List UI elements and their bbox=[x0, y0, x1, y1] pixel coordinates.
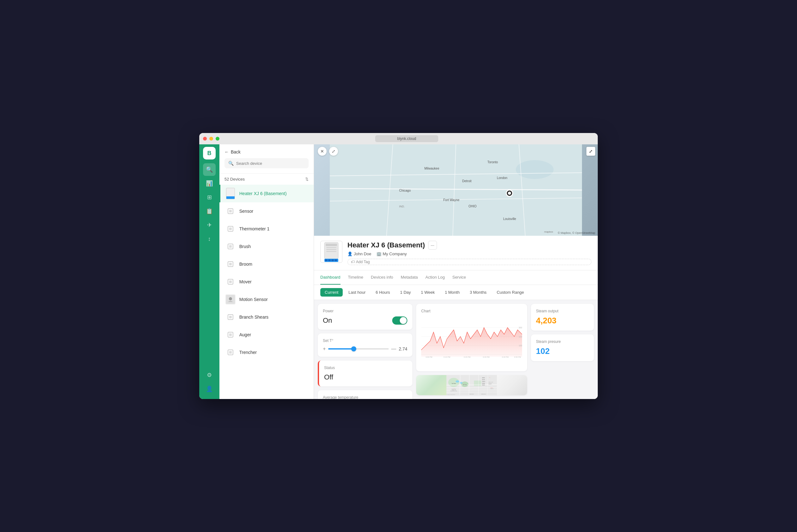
tab-service[interactable]: Service bbox=[452, 270, 466, 285]
temp-value: 2.74 bbox=[399, 346, 407, 352]
time-btn-3-months[interactable]: 3 Months bbox=[465, 288, 491, 297]
time-btn-1-day[interactable]: 1 Day bbox=[396, 288, 415, 297]
device-name-mover: Mover bbox=[239, 279, 251, 284]
power-toggle[interactable] bbox=[392, 317, 407, 325]
device-sidebar-header: ← Back 🔍 bbox=[220, 144, 314, 174]
power-panel: Power On bbox=[318, 304, 412, 330]
time-btn-1-week[interactable]: 1 Week bbox=[416, 288, 439, 297]
device-item-thermometer[interactable]: Thermometer 1 bbox=[220, 220, 314, 238]
nav-devices[interactable]: ⊞ bbox=[203, 191, 216, 204]
back-arrow-icon: ← bbox=[225, 149, 229, 154]
tab-action-log[interactable]: Action Log bbox=[425, 270, 444, 285]
device-item-auger[interactable]: Auger bbox=[220, 326, 314, 344]
avg-temp-label: Average temperature bbox=[323, 395, 407, 399]
nav-reports[interactable]: 📋 bbox=[203, 205, 216, 217]
set-temp-panel: Set T° + — 2.74 bbox=[318, 334, 412, 357]
device-name-motion-sensor: Motion Sensor bbox=[239, 297, 268, 302]
tab-metadata[interactable]: Metadata bbox=[401, 270, 418, 285]
svg-text:100: 100 bbox=[519, 336, 522, 338]
map-fullscreen-button[interactable]: ⤢ bbox=[586, 147, 595, 156]
nav-search[interactable]: 🔍 bbox=[203, 163, 216, 176]
sort-icon[interactable]: ⇅ bbox=[305, 177, 309, 182]
main-content: ✕ ⤢ bbox=[314, 144, 598, 399]
nav-user[interactable]: 👤 bbox=[203, 383, 216, 395]
steam-pressure-panel: Steam presure 102 bbox=[531, 335, 594, 361]
device-icon-broom bbox=[225, 259, 235, 269]
temp-slider-track[interactable] bbox=[328, 348, 388, 349]
device-icon-trencher bbox=[225, 347, 235, 357]
nav-other[interactable]: ↕ bbox=[203, 233, 216, 245]
expand-panel-button[interactable]: ⤢ bbox=[329, 147, 338, 156]
tab-devices-info[interactable]: Devices info bbox=[371, 270, 393, 285]
svg-text:Louisville: Louisville bbox=[503, 217, 516, 221]
device-item-branch-shears[interactable]: Branch Shears bbox=[220, 308, 314, 326]
nav-settings[interactable]: ⚙ bbox=[203, 369, 216, 381]
svg-text:Detroit: Detroit bbox=[462, 179, 472, 183]
search-input[interactable] bbox=[236, 161, 305, 166]
device-name-trencher: Trencher bbox=[239, 350, 257, 355]
steam-output-value: 4,203 bbox=[536, 316, 589, 326]
left-panels: Power On Set T° + bbox=[318, 304, 412, 395]
svg-text:IND.: IND. bbox=[399, 205, 405, 208]
add-tag-label: Add Tag bbox=[356, 260, 370, 264]
time-btn-6-hours[interactable]: 6 Hours bbox=[372, 288, 395, 297]
device-item-broom[interactable]: Broom bbox=[220, 255, 314, 273]
svg-text:Safeway 0667: Safeway 0667 bbox=[481, 394, 486, 394]
nav-automations[interactable]: ✈ bbox=[203, 219, 216, 231]
chart-card: Chart bbox=[416, 304, 527, 371]
add-tag-button[interactable]: 🏷 Add Tag bbox=[347, 259, 591, 265]
back-button[interactable]: ← Back bbox=[225, 149, 309, 154]
tab-timeline[interactable]: Timeline bbox=[348, 270, 363, 285]
device-header: Heater XJ 6 (Basement) ··· 👤 John Doe 🏢 … bbox=[314, 236, 598, 270]
url-display: blynk.cloud bbox=[375, 135, 438, 142]
device-item-brush[interactable]: Brush bbox=[220, 238, 314, 255]
app-logo: B bbox=[203, 147, 216, 159]
device-item-trencher[interactable]: Trencher bbox=[220, 344, 314, 361]
device-name-broom: Broom bbox=[239, 262, 252, 267]
maximize-button[interactable] bbox=[216, 137, 220, 140]
device-item-mover[interactable]: Mover bbox=[220, 273, 314, 290]
search-box[interactable]: 🔍 bbox=[225, 158, 309, 168]
temp-slider-thumb[interactable] bbox=[351, 346, 356, 352]
svg-rect-9 bbox=[229, 281, 232, 283]
minimize-button[interactable] bbox=[209, 137, 213, 140]
device-item-sensor[interactable]: Sensor bbox=[220, 202, 314, 220]
svg-rect-40 bbox=[326, 244, 337, 246]
avg-temp-panel: Average temperature — + 45°C bbox=[318, 390, 412, 399]
url-bar: blynk.cloud bbox=[220, 135, 594, 142]
svg-text:100: 100 bbox=[519, 344, 522, 347]
temp-plus-button[interactable]: — bbox=[391, 346, 396, 352]
device-item-heater[interactable]: Heater XJ 6 (Basement) bbox=[220, 185, 314, 202]
time-btn-current[interactable]: Current bbox=[320, 288, 343, 297]
time-btn-last-hour[interactable]: Last hour bbox=[344, 288, 370, 297]
close-panel-button[interactable]: ✕ bbox=[318, 147, 327, 156]
traffic-lights bbox=[203, 137, 220, 140]
titlebar: blynk.cloud bbox=[199, 133, 598, 144]
device-icon-sensor bbox=[225, 206, 235, 216]
svg-text:300: 300 bbox=[519, 326, 522, 329]
svg-point-64 bbox=[461, 381, 469, 387]
svg-text:London: London bbox=[497, 176, 507, 179]
svg-text:6:00 PM: 6:00 PM bbox=[425, 356, 432, 358]
user-name: John Doe bbox=[354, 251, 372, 256]
time-btn-1-month[interactable]: 1 Month bbox=[440, 288, 464, 297]
more-options-button[interactable]: ··· bbox=[428, 241, 437, 250]
temp-minus-button[interactable]: + bbox=[323, 346, 326, 352]
device-title-row: Heater XJ 6 (Basement) ··· bbox=[347, 241, 591, 250]
tab-dashboard[interactable]: Dashboard bbox=[320, 270, 341, 285]
svg-rect-47 bbox=[331, 259, 334, 261]
time-btn-custom-range[interactable]: Custom Range bbox=[492, 288, 528, 297]
temp-slider-fill bbox=[328, 348, 353, 349]
status-label: Status bbox=[324, 366, 407, 370]
close-button[interactable] bbox=[203, 137, 207, 140]
device-item-motion-sensor[interactable]: Motion Sensor bbox=[220, 290, 314, 308]
svg-rect-48 bbox=[335, 259, 337, 261]
device-icon-brush bbox=[225, 242, 235, 251]
svg-text:DISTRICT: DISTRICT bbox=[489, 384, 492, 384]
device-sidebar: ← Back 🔍 52 Devices ⇅ bbox=[220, 144, 314, 399]
device-name-heater: Heater XJ 6 (Basement) bbox=[239, 191, 287, 196]
nav-analytics[interactable]: 📊 bbox=[203, 177, 216, 190]
svg-rect-46 bbox=[328, 259, 331, 261]
device-name-brush: Brush bbox=[239, 244, 251, 249]
svg-text:NOE VALLEY: NOE VALLEY bbox=[489, 382, 493, 382]
